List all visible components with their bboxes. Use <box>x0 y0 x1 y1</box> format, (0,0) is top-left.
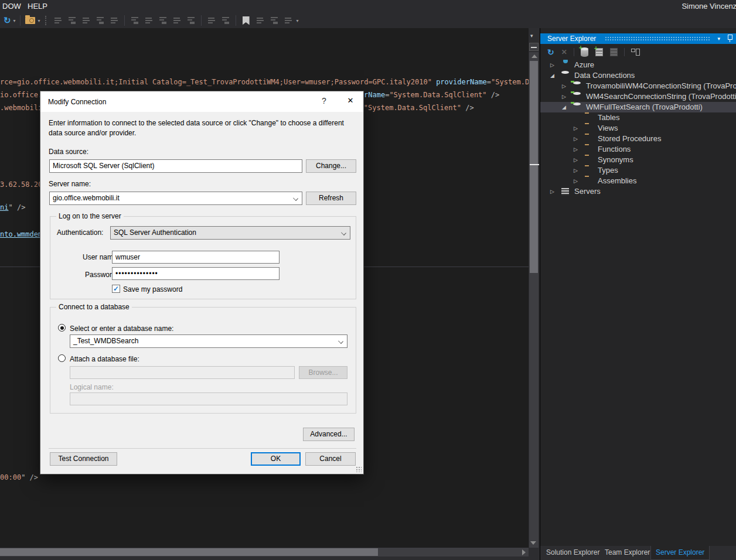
expander-icon[interactable]: ▷ <box>574 176 581 186</box>
save-password-checkbox[interactable]: ✓ <box>112 285 120 293</box>
add-server-icon <box>610 48 618 56</box>
server-name-combo[interactable]: gio.office.webmobili.it <box>49 192 302 205</box>
scroll-right-icon[interactable] <box>522 549 526 555</box>
connect-to-server-icon[interactable] <box>595 48 603 56</box>
authentication-combo[interactable]: SQL Server Authentication <box>110 226 350 240</box>
database-group-title: Connect to a database <box>56 303 132 311</box>
tab-team-explorer[interactable]: Team Explorer <box>600 546 655 560</box>
tree-item-connection[interactable]: ▷ TrovamobiliWM4ConnectionString (TrovaP… <box>540 81 736 91</box>
hyperlink-in-string[interactable]: ni <box>0 203 8 211</box>
vertical-scrollbar[interactable]: ▾ <box>529 28 539 556</box>
hyperlink-in-string[interactable]: nto.wmmdem <box>0 230 42 238</box>
tree-item-synonyms[interactable]: ▷ Synonyms <box>540 155 736 165</box>
refresh-icon[interactable]: ↻ <box>547 47 554 57</box>
tree-item-views[interactable]: ▷ Views <box>540 123 736 134</box>
password-field[interactable]: •••••••••••••• <box>112 267 280 280</box>
attach-file-field <box>70 366 295 379</box>
next-bookmark-icon <box>270 16 279 25</box>
window-position-icon[interactable]: ▾ <box>717 33 720 44</box>
expander-icon[interactable]: ▷ <box>574 165 581 176</box>
main-toolbar: ↻ ▾ ▾ ▾ <box>0 13 736 28</box>
find-in-files-icon[interactable] <box>25 17 35 24</box>
tree-item-types[interactable]: ▷ Types <box>540 165 736 176</box>
data-source-field[interactable]: Microsoft SQL Server (SqlClient) <box>49 159 302 173</box>
panel-drag-grip[interactable] <box>605 36 710 41</box>
code-line: ni" /> <box>0 203 25 211</box>
insert-snippet-icon <box>130 16 139 25</box>
tab-solution-explorer[interactable]: Solution Explorer <box>541 546 604 560</box>
code-line: rce=gio.office.webmobili.it;Initial Cata… <box>0 78 529 86</box>
server-explorer-toolbar: ↻ ✕ <box>540 46 736 59</box>
advanced-button[interactable]: Advanced... <box>303 428 355 441</box>
tree-item-connection-selected[interactable]: ◢ WMFullTextSearch (TrovaProdotti) <box>540 102 736 112</box>
cancel-button[interactable]: Cancel <box>305 452 356 466</box>
username-field[interactable]: wmuser <box>112 251 280 264</box>
select-database-radio[interactable] <box>58 324 66 332</box>
dialog-divider <box>49 448 356 449</box>
tree-item-tables[interactable]: Tables <box>540 112 736 123</box>
connect-to-database-icon[interactable] <box>581 48 588 57</box>
stop-refresh-icon: ✕ <box>561 48 567 56</box>
toggle-bookmark-icon[interactable] <box>243 16 250 25</box>
dialog-title-bar[interactable]: Modify Connection ? ✕ <box>40 91 363 112</box>
chevron-down-icon[interactable] <box>293 196 298 201</box>
navigate-dropdown-icon[interactable]: ▾ <box>13 18 16 23</box>
expander-icon[interactable]: ▷ <box>550 186 557 197</box>
navigate-refresh-icon[interactable]: ↻ <box>4 15 11 26</box>
tree-item-stored-procedures[interactable]: ▷ Stored Procedures <box>540 134 736 144</box>
toolbar-separator <box>201 15 202 26</box>
editor-dropdown-icon[interactable]: ▾ <box>530 33 533 39</box>
pin-icon[interactable] <box>727 35 732 42</box>
vertical-scrollbar-track[interactable] <box>529 52 539 548</box>
vertical-scrollbar-thumb[interactable] <box>530 61 538 273</box>
find-dropdown-icon[interactable]: ▾ <box>38 18 40 23</box>
toolbar-overflow-icon[interactable]: ▾ <box>297 18 299 23</box>
horizontal-scrollbar-thumb[interactable] <box>0 548 378 556</box>
split-window-handle[interactable] <box>529 43 539 51</box>
test-connection-button[interactable]: Test Connection <box>50 452 117 466</box>
toolbar-separator <box>236 15 236 26</box>
expander-icon[interactable]: ◢ <box>562 102 569 112</box>
attach-file-radio[interactable] <box>58 354 66 362</box>
menu-item-window[interactable]: DOW <box>2 2 21 11</box>
menu-bar: DOW HELP Simone Vincenzi <box>0 0 736 13</box>
show-folders-icon[interactable] <box>631 48 640 56</box>
tab-server-explorer[interactable]: Server Explorer <box>650 546 710 560</box>
tree-item-assemblies[interactable]: ▷ Assemblies <box>540 176 736 186</box>
attach-file-label: Attach a database file: <box>70 355 139 363</box>
expander-icon[interactable]: ▷ <box>574 144 581 155</box>
scroll-down-icon[interactable] <box>530 541 536 545</box>
logical-name-label: Logical name: <box>70 383 114 391</box>
horizontal-scrollbar[interactable] <box>0 548 529 556</box>
expander-icon[interactable]: ▷ <box>574 123 581 134</box>
change-button[interactable]: Change... <box>306 159 356 173</box>
chevron-down-icon[interactable] <box>338 339 343 344</box>
authentication-label: Authentication: <box>57 228 103 237</box>
expander-icon[interactable]: ▷ <box>562 81 569 91</box>
chevron-down-icon[interactable] <box>341 230 346 235</box>
expander-icon[interactable]: ▷ <box>574 134 581 144</box>
resize-grip[interactable] <box>356 466 362 472</box>
tree-item-azure[interactable]: ▷ Azure <box>540 60 736 70</box>
menu-item-help[interactable]: HELP <box>28 2 47 11</box>
expander-icon[interactable]: ◢ <box>550 70 557 81</box>
toolbar-drag-handle[interactable] <box>45 16 47 25</box>
expander-icon[interactable]: ▷ <box>574 155 581 165</box>
tree-item-connection[interactable]: ▷ WM4SearchConnectionString (TrovaProdot… <box>540 91 736 102</box>
ok-button[interactable]: OK <box>251 452 301 466</box>
database-name-combo[interactable]: _Test_WMDBSearch <box>70 334 347 348</box>
close-icon[interactable]: ✕ <box>342 96 359 108</box>
tree-item-functions[interactable]: ▷ Functions <box>540 144 736 155</box>
tree-item-servers[interactable]: ▷ Servers <box>540 186 736 197</box>
scroll-up-icon[interactable] <box>531 54 537 58</box>
tree-item-data-connections[interactable]: ◢ Data Connections <box>540 70 736 81</box>
expander-icon[interactable]: ▷ <box>562 91 569 102</box>
signed-in-user[interactable]: Simone Vincenzi <box>682 2 736 11</box>
copy-element-icon <box>186 16 196 25</box>
help-icon[interactable]: ? <box>317 96 331 108</box>
panel-title-bar[interactable]: Server Explorer ▾ <box>540 33 736 44</box>
expander-icon[interactable]: ▷ <box>550 60 557 70</box>
document-outline-icon <box>67 16 77 25</box>
refresh-button[interactable]: Refresh <box>306 192 356 205</box>
tool-window-tabs: Solution Explorer Team Explorer Server E… <box>540 546 736 560</box>
